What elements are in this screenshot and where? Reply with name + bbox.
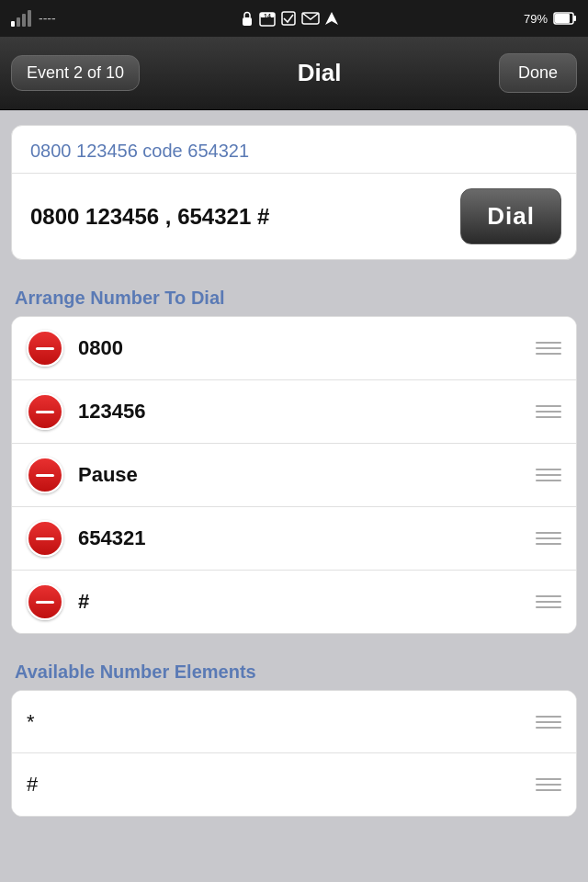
available-label-hash: # <box>27 773 536 797</box>
remove-button-pause[interactable] <box>27 457 63 493</box>
reorder-handle-654321[interactable] <box>536 532 561 545</box>
done-button[interactable]: Done <box>499 53 577 93</box>
dial-row: 0800 123456 , 654321 # Dial <box>12 174 576 259</box>
signal-bars <box>11 10 31 27</box>
svg-text:14: 14 <box>264 13 271 19</box>
battery-percentage: 79% <box>524 12 548 26</box>
reorder-handle-pause[interactable] <box>536 469 561 481</box>
reorder-handle-123456[interactable] <box>536 405 561 418</box>
remove-button-hash[interactable] <box>27 583 63 620</box>
reorder-handle-star[interactable] <box>536 716 561 729</box>
checkbox-icon <box>281 11 296 26</box>
dial-formatted-number: 0800 123456 , 654321 # <box>30 204 269 230</box>
list-item: # <box>12 571 576 633</box>
svg-rect-9 <box>555 14 570 23</box>
list-item: Pause <box>12 444 576 507</box>
list-item: 0800 <box>12 317 576 380</box>
available-label-star: * <box>27 710 536 734</box>
svg-rect-8 <box>573 16 576 21</box>
status-left: ---- <box>11 10 56 27</box>
reorder-handle-avail-hash[interactable] <box>536 778 561 791</box>
main-content: 0800 123456 code 654321 0800 123456 , 65… <box>0 110 588 882</box>
dial-number-display: 0800 123456 code 654321 <box>12 126 576 174</box>
carrier-text: ---- <box>39 11 56 26</box>
item-label-123456: 123456 <box>78 400 536 424</box>
event-badge: Event 2 of 10 <box>11 55 140 91</box>
location-icon <box>325 12 338 25</box>
remove-button-654321[interactable] <box>27 520 63 557</box>
item-label-654321: 654321 <box>78 526 536 550</box>
status-center: 14 <box>241 10 338 27</box>
arrange-section-header: Arrange Number To Dial <box>11 278 577 316</box>
mail-icon <box>301 12 320 25</box>
available-list: * # <box>11 690 577 817</box>
list-item: 654321 <box>12 507 576 571</box>
status-right: 79% <box>524 12 577 26</box>
dial-card: 0800 123456 code 654321 0800 123456 , 65… <box>11 125 577 260</box>
reorder-handle-hash[interactable] <box>536 595 561 608</box>
item-label-pause: Pause <box>78 463 536 487</box>
lock-icon <box>241 10 254 27</box>
svg-rect-0 <box>243 17 252 26</box>
arrange-list: 0800 123456 Pause 654321 <box>11 316 577 634</box>
remove-button-123456[interactable] <box>27 393 63 430</box>
list-item: 123456 <box>12 380 576 444</box>
status-bar: ---- 14 79% <box>0 0 588 37</box>
calendar-icon: 14 <box>259 10 276 27</box>
available-item-star: * <box>12 691 576 753</box>
nav-bar: Event 2 of 10 Dial Done <box>0 37 588 110</box>
available-item-hash: # <box>12 753 576 816</box>
reorder-handle-0800[interactable] <box>536 342 561 355</box>
dial-button[interactable]: Dial <box>460 188 561 244</box>
available-section-header: Available Number Elements <box>11 652 577 690</box>
svg-marker-6 <box>325 12 338 25</box>
battery-icon <box>553 12 577 25</box>
page-title: Dial <box>298 59 342 87</box>
item-label-0800: 0800 <box>78 336 536 360</box>
remove-button-0800[interactable] <box>27 330 63 367</box>
item-label-hash: # <box>78 590 536 614</box>
